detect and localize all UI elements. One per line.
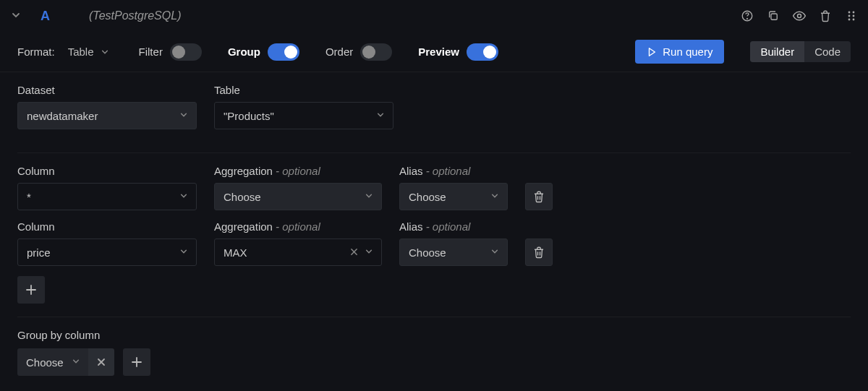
- alias-select[interactable]: Choose: [399, 239, 508, 266]
- table-label: Table: [214, 84, 393, 96]
- format-select[interactable]: Table: [64, 43, 113, 61]
- add-groupby-button[interactable]: [123, 348, 150, 376]
- plus-icon: [25, 284, 37, 296]
- close-icon: [97, 358, 106, 366]
- play-icon: [647, 47, 657, 57]
- query-toolbar: Format: Table Filter Group Order Preview…: [0, 32, 868, 72]
- order-label: Order: [326, 46, 353, 58]
- view-code-tab[interactable]: Code: [804, 41, 851, 62]
- drag-handle-icon[interactable]: [843, 8, 859, 24]
- chevron-down-icon: [101, 48, 109, 56]
- trash-icon: [532, 246, 545, 259]
- groupby-section: Group by column Choose: [17, 317, 851, 389]
- svg-point-9: [853, 19, 855, 21]
- view-mode-toggle: Builder Code: [750, 41, 851, 62]
- run-query-label: Run query: [663, 46, 712, 58]
- columns-section: Column * Aggregation - optional Choose: [17, 152, 851, 317]
- delete-row-button[interactable]: [525, 239, 553, 266]
- svg-point-3: [798, 14, 801, 18]
- column-value: *: [27, 191, 31, 203]
- aggregation-value: Choose: [224, 191, 261, 203]
- chevron-down-icon: [180, 247, 187, 257]
- help-icon[interactable]: [739, 8, 755, 24]
- format-value: Table: [68, 46, 94, 58]
- aggregation-value: MAX: [224, 246, 247, 259]
- filter-toggle[interactable]: [170, 43, 202, 61]
- table-value: "Products": [224, 110, 274, 122]
- aggregation-label: Aggregation - optional: [214, 165, 382, 177]
- group-toggle[interactable]: [268, 43, 299, 61]
- aggregation-label: Aggregation - optional: [214, 220, 382, 233]
- svg-point-7: [853, 15, 855, 17]
- svg-rect-2: [771, 14, 777, 20]
- groupby-clear-button[interactable]: [88, 348, 114, 376]
- groupby-value: Choose: [26, 356, 64, 369]
- query-header: A (TestPostgreSQL): [0, 0, 868, 32]
- chevron-down-icon: [180, 111, 187, 121]
- table-select[interactable]: "Products": [214, 102, 393, 129]
- column-row: Column * Aggregation - optional Choose: [17, 165, 851, 210]
- dataset-value: newdatamaker: [27, 110, 98, 122]
- view-builder-tab[interactable]: Builder: [750, 41, 804, 62]
- chevron-down-icon: [365, 192, 373, 202]
- groupby-label: Group by column: [17, 329, 851, 341]
- svg-point-5: [853, 12, 855, 14]
- filter-label: Filter: [139, 46, 163, 58]
- format-label: Format:: [17, 46, 55, 58]
- run-query-button[interactable]: Run query: [635, 40, 724, 64]
- dataset-section: Dataset newdatamaker Table "Products": [17, 84, 851, 152]
- preview-toggle[interactable]: [467, 43, 498, 61]
- dataset-select[interactable]: newdatamaker: [17, 102, 197, 129]
- svg-point-1: [747, 18, 748, 19]
- query-ref-label[interactable]: A: [35, 9, 56, 24]
- chevron-down-icon: [180, 192, 187, 202]
- trash-icon: [532, 190, 545, 203]
- copy-icon[interactable]: [765, 8, 781, 24]
- clear-icon[interactable]: [350, 247, 358, 258]
- aggregation-select[interactable]: Choose: [214, 183, 382, 210]
- groupby-select[interactable]: Choose: [17, 348, 88, 376]
- column-select[interactable]: *: [17, 183, 197, 210]
- preview-label: Preview: [418, 46, 459, 58]
- column-row: Column price Aggregation - optional MAX: [17, 220, 851, 266]
- column-label: Column: [17, 220, 197, 233]
- group-label: Group: [228, 46, 260, 58]
- alias-label: Alias - optional: [399, 165, 508, 177]
- add-column-button[interactable]: [17, 276, 45, 304]
- delete-row-button[interactable]: [525, 183, 553, 210]
- column-select[interactable]: price: [17, 239, 197, 266]
- alias-value: Choose: [409, 191, 446, 203]
- chevron-down-icon: [365, 247, 373, 257]
- column-label: Column: [17, 165, 197, 177]
- chevron-down-icon: [491, 247, 498, 257]
- plus-icon: [131, 356, 142, 368]
- chevron-down-icon: [491, 192, 498, 202]
- aggregation-select[interactable]: MAX: [214, 239, 382, 266]
- chevron-down-icon: [72, 357, 80, 367]
- eye-icon[interactable]: [791, 8, 807, 24]
- order-toggle[interactable]: [360, 43, 392, 61]
- alias-select[interactable]: Choose: [399, 183, 508, 210]
- alias-value: Choose: [409, 246, 446, 259]
- svg-point-6: [848, 15, 851, 17]
- alias-label: Alias - optional: [399, 220, 508, 233]
- svg-point-4: [848, 12, 851, 14]
- trash-icon[interactable]: [817, 8, 833, 24]
- column-value: price: [27, 246, 51, 259]
- dataset-label: Dataset: [17, 84, 197, 96]
- chevron-down-icon: [377, 111, 384, 121]
- datasource-name: (TestPostgreSQL): [89, 9, 181, 22]
- collapse-icon[interactable]: [9, 7, 23, 25]
- svg-point-8: [848, 19, 851, 21]
